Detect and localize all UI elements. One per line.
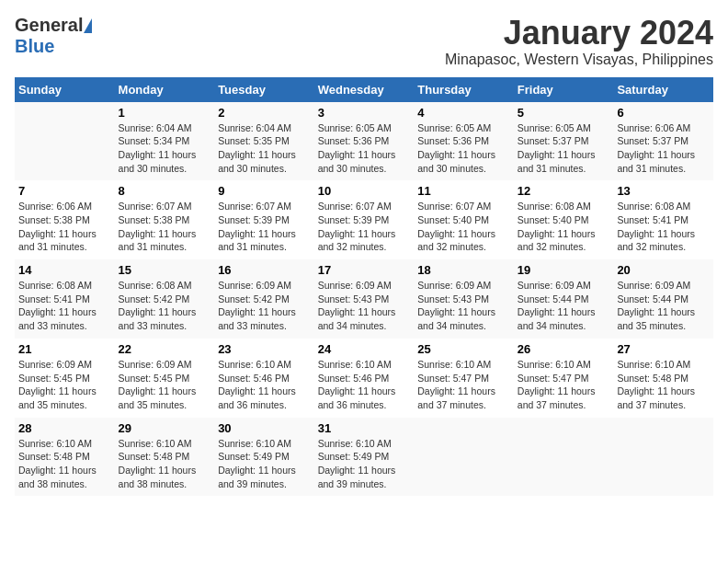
calendar-cell: 27Sunrise: 6:10 AM Sunset: 5:48 PM Dayli… (613, 339, 713, 418)
calendar-cell (514, 418, 614, 497)
day-number: 10 (318, 184, 411, 198)
day-content: Sunrise: 6:10 AM Sunset: 5:47 PM Dayligh… (417, 358, 510, 412)
calendar-cell: 11Sunrise: 6:07 AM Sunset: 5:40 PM Dayli… (414, 180, 514, 259)
page-subtitle: Minapasoc, Western Visayas, Philippines (445, 52, 713, 68)
calendar-cell: 12Sunrise: 6:08 AM Sunset: 5:40 PM Dayli… (514, 180, 614, 259)
calendar-cell: 24Sunrise: 6:10 AM Sunset: 5:46 PM Dayli… (314, 339, 415, 418)
day-number: 6 (617, 106, 710, 120)
day-number: 26 (518, 342, 610, 356)
day-number: 4 (417, 106, 510, 120)
day-number: 27 (617, 342, 710, 356)
logo: General Blue (15, 15, 92, 57)
day-number: 12 (518, 184, 610, 198)
day-number: 2 (218, 106, 311, 120)
day-content: Sunrise: 6:10 AM Sunset: 5:48 PM Dayligh… (617, 358, 710, 412)
calendar-cell: 8Sunrise: 6:07 AM Sunset: 5:38 PM Daylig… (115, 180, 215, 259)
day-number: 21 (18, 342, 111, 356)
day-number: 29 (119, 421, 211, 435)
day-number: 14 (18, 263, 111, 277)
calendar-cell: 30Sunrise: 6:10 AM Sunset: 5:49 PM Dayli… (214, 418, 314, 497)
weekday-header-thursday: Thursday (414, 77, 514, 102)
day-number: 1 (119, 106, 211, 120)
calendar-cell: 25Sunrise: 6:10 AM Sunset: 5:47 PM Dayli… (414, 339, 514, 418)
day-content: Sunrise: 6:07 AM Sunset: 5:39 PM Dayligh… (218, 200, 311, 254)
calendar-cell: 15Sunrise: 6:08 AM Sunset: 5:42 PM Dayli… (115, 259, 215, 339)
calendar-table: SundayMondayTuesdayWednesdayThursdayFrid… (15, 77, 713, 497)
weekday-header-friday: Friday (514, 77, 614, 102)
day-content: Sunrise: 6:10 AM Sunset: 5:48 PM Dayligh… (119, 437, 211, 491)
day-content: Sunrise: 6:06 AM Sunset: 5:37 PM Dayligh… (617, 121, 710, 176)
day-number: 20 (617, 263, 710, 277)
weekday-header-tuesday: Tuesday (214, 77, 314, 102)
day-number: 19 (518, 263, 610, 277)
day-number: 17 (318, 263, 411, 277)
day-content: Sunrise: 6:09 AM Sunset: 5:43 PM Dayligh… (417, 279, 510, 333)
weekday-header-sunday: Sunday (15, 77, 115, 102)
logo-triangle-icon (84, 18, 92, 33)
day-number: 24 (318, 342, 411, 356)
day-number: 22 (119, 342, 211, 356)
logo-blue-text: Blue (15, 36, 54, 57)
day-content: Sunrise: 6:05 AM Sunset: 5:37 PM Dayligh… (518, 121, 610, 176)
day-content: Sunrise: 6:08 AM Sunset: 5:41 PM Dayligh… (18, 279, 111, 333)
day-number: 16 (218, 263, 311, 277)
day-content: Sunrise: 6:07 AM Sunset: 5:40 PM Dayligh… (417, 200, 510, 254)
day-content: Sunrise: 6:07 AM Sunset: 5:38 PM Dayligh… (119, 200, 211, 254)
day-content: Sunrise: 6:08 AM Sunset: 5:41 PM Dayligh… (617, 200, 710, 254)
day-content: Sunrise: 6:10 AM Sunset: 5:49 PM Dayligh… (318, 437, 411, 491)
calendar-cell: 22Sunrise: 6:09 AM Sunset: 5:45 PM Dayli… (115, 339, 215, 418)
day-number: 23 (218, 342, 311, 356)
calendar-cell (613, 418, 713, 497)
weekday-header-wednesday: Wednesday (314, 77, 415, 102)
calendar-week-3: 14Sunrise: 6:08 AM Sunset: 5:41 PM Dayli… (15, 259, 713, 339)
day-content: Sunrise: 6:08 AM Sunset: 5:42 PM Dayligh… (119, 279, 211, 333)
day-content: Sunrise: 6:05 AM Sunset: 5:36 PM Dayligh… (417, 121, 510, 176)
calendar-cell: 20Sunrise: 6:09 AM Sunset: 5:44 PM Dayli… (613, 259, 713, 339)
calendar-cell: 7Sunrise: 6:06 AM Sunset: 5:38 PM Daylig… (15, 180, 115, 259)
day-content: Sunrise: 6:09 AM Sunset: 5:44 PM Dayligh… (518, 279, 610, 333)
calendar-cell: 10Sunrise: 6:07 AM Sunset: 5:39 PM Dayli… (314, 180, 415, 259)
calendar-cell: 3Sunrise: 6:05 AM Sunset: 5:36 PM Daylig… (314, 102, 415, 181)
day-content: Sunrise: 6:04 AM Sunset: 5:35 PM Dayligh… (218, 121, 311, 176)
calendar-cell: 19Sunrise: 6:09 AM Sunset: 5:44 PM Dayli… (514, 259, 614, 339)
day-content: Sunrise: 6:10 AM Sunset: 5:49 PM Dayligh… (218, 437, 311, 491)
calendar-cell: 13Sunrise: 6:08 AM Sunset: 5:41 PM Dayli… (613, 180, 713, 259)
day-content: Sunrise: 6:09 AM Sunset: 5:44 PM Dayligh… (617, 279, 710, 333)
weekday-header-saturday: Saturday (613, 77, 713, 102)
calendar-cell: 1Sunrise: 6:04 AM Sunset: 5:34 PM Daylig… (115, 102, 215, 181)
calendar-week-4: 21Sunrise: 6:09 AM Sunset: 5:45 PM Dayli… (15, 339, 713, 418)
weekday-header-row: SundayMondayTuesdayWednesdayThursdayFrid… (15, 77, 713, 102)
day-content: Sunrise: 6:09 AM Sunset: 5:42 PM Dayligh… (218, 279, 311, 333)
calendar-cell: 23Sunrise: 6:10 AM Sunset: 5:46 PM Dayli… (214, 339, 314, 418)
logo-general-text: General (15, 15, 83, 36)
calendar-cell: 21Sunrise: 6:09 AM Sunset: 5:45 PM Dayli… (15, 339, 115, 418)
page-header: General Blue January 2024 Minapasoc, Wes… (15, 15, 713, 68)
day-number: 15 (119, 263, 211, 277)
day-number: 25 (417, 342, 510, 356)
day-content: Sunrise: 6:09 AM Sunset: 5:45 PM Dayligh… (119, 358, 211, 412)
calendar-week-5: 28Sunrise: 6:10 AM Sunset: 5:48 PM Dayli… (15, 418, 713, 497)
calendar-cell: 28Sunrise: 6:10 AM Sunset: 5:48 PM Dayli… (15, 418, 115, 497)
day-number: 7 (18, 184, 111, 198)
day-number: 3 (318, 106, 411, 120)
day-number: 13 (617, 184, 710, 198)
calendar-cell: 14Sunrise: 6:08 AM Sunset: 5:41 PM Dayli… (15, 259, 115, 339)
calendar-cell: 18Sunrise: 6:09 AM Sunset: 5:43 PM Dayli… (414, 259, 514, 339)
day-content: Sunrise: 6:05 AM Sunset: 5:36 PM Dayligh… (318, 121, 411, 176)
day-number: 11 (417, 184, 510, 198)
calendar-cell (15, 102, 115, 181)
calendar-cell: 4Sunrise: 6:05 AM Sunset: 5:36 PM Daylig… (414, 102, 514, 181)
day-number: 18 (417, 263, 510, 277)
day-content: Sunrise: 6:07 AM Sunset: 5:39 PM Dayligh… (318, 200, 411, 254)
calendar-cell (414, 418, 514, 497)
day-number: 5 (518, 106, 610, 120)
calendar-cell: 17Sunrise: 6:09 AM Sunset: 5:43 PM Dayli… (314, 259, 415, 339)
day-number: 31 (318, 421, 411, 435)
calendar-cell: 31Sunrise: 6:10 AM Sunset: 5:49 PM Dayli… (314, 418, 415, 497)
title-section: January 2024 Minapasoc, Western Visayas,… (445, 15, 713, 68)
day-number: 8 (119, 184, 211, 198)
day-content: Sunrise: 6:10 AM Sunset: 5:48 PM Dayligh… (18, 437, 111, 491)
day-content: Sunrise: 6:10 AM Sunset: 5:46 PM Dayligh… (318, 358, 411, 412)
calendar-week-2: 7Sunrise: 6:06 AM Sunset: 5:38 PM Daylig… (15, 180, 713, 259)
calendar-week-1: 1Sunrise: 6:04 AM Sunset: 5:34 PM Daylig… (15, 102, 713, 181)
